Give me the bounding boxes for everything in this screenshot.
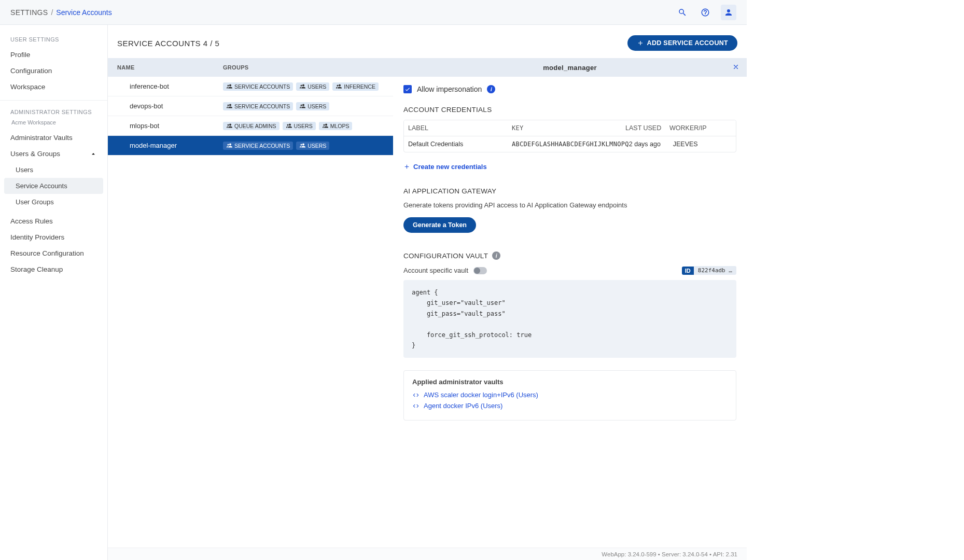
group-chip[interactable]: USERS xyxy=(296,102,329,110)
create-credentials-label: Create new credentials xyxy=(413,163,487,171)
cred-col-label: LABEL xyxy=(408,124,512,132)
sidebar-item-admin-vaults[interactable]: Administrator Vaults xyxy=(0,130,107,146)
sidebar-admin-workspace: Acme Workspace xyxy=(0,119,107,130)
vault-title: CONFIGURATION VAULT xyxy=(403,252,488,260)
column-groups[interactable]: GROUPS xyxy=(223,64,393,71)
vault-toggle[interactable] xyxy=(473,267,487,274)
info-icon[interactable]: i xyxy=(492,251,500,260)
sidebar-item-service-accounts[interactable]: Service Accounts xyxy=(4,178,103,194)
vault-code[interactable]: agent { git_user="vault_user" git_pass="… xyxy=(403,280,736,358)
breadcrumb-separator: / xyxy=(51,8,53,17)
accounts-table: NAME GROUPS inference-botSERVICE ACCOUNT… xyxy=(108,58,393,548)
sidebar-item-identity-providers[interactable]: Identity Providers xyxy=(0,229,107,245)
credentials-title: ACCOUNT CREDENTIALS xyxy=(403,106,736,114)
row-name: mlops-bot xyxy=(108,122,223,130)
cred-col-key: KEY xyxy=(512,124,625,132)
credentials-table: LABEL KEY LAST USED WORKER/IP Default Cr… xyxy=(403,120,736,152)
sidebar-item-workspace[interactable]: Workspace xyxy=(0,79,107,95)
sidebar-item-profile[interactable]: Profile xyxy=(0,47,107,63)
column-name[interactable]: NAME xyxy=(108,64,223,71)
row-name: inference-bot xyxy=(108,82,223,90)
add-button-label: ADD SERVICE ACCOUNT xyxy=(647,39,728,47)
allow-impersonation-label: Allow impersonation xyxy=(417,85,482,93)
gateway-title: AI APPLICATION GATEWAY xyxy=(403,187,736,195)
detail-pane: model_manager Allow impersonation xyxy=(393,58,747,548)
sidebar-item-resource-config[interactable]: Resource Configuration xyxy=(0,245,107,261)
table-row[interactable]: devops-botSERVICE ACCOUNTSUSERS xyxy=(108,96,393,116)
group-chip[interactable]: QUEUE ADMINS xyxy=(223,122,280,130)
help-icon[interactable] xyxy=(698,5,712,20)
group-chip[interactable]: USERS xyxy=(296,142,329,150)
sidebar-item-access-rules[interactable]: Access Rules xyxy=(0,213,107,229)
sidebar-item-label: Users & Groups xyxy=(10,150,60,158)
gateway-desc: Generate tokens providing API access to … xyxy=(403,201,736,209)
vault-id-label: ID xyxy=(682,267,694,275)
applied-vaults: Applied administrator vaults AWS scaler … xyxy=(403,370,736,421)
cred-col-last-used: LAST USED xyxy=(625,124,669,132)
vault-specific-label: Account specific vault xyxy=(403,267,468,274)
sidebar: USER SETTINGS Profile Configuration Work… xyxy=(0,25,108,560)
sidebar-item-users-groups[interactable]: Users & Groups xyxy=(0,146,107,162)
generate-token-button[interactable]: Generate a Token xyxy=(403,217,476,233)
topbar: SETTINGS / Service Accounts xyxy=(0,0,747,25)
close-icon[interactable] xyxy=(732,63,739,72)
sidebar-item-configuration[interactable]: Configuration xyxy=(0,63,107,79)
sidebar-item-user-groups[interactable]: User Groups xyxy=(0,194,107,210)
row-name: model-manager xyxy=(108,142,223,149)
detail-title: model_manager xyxy=(543,64,597,72)
vault-id-value: 822f4adb … xyxy=(694,266,736,275)
search-icon[interactable] xyxy=(675,5,690,20)
cred-col-worker: WORKER/IP xyxy=(669,124,732,132)
sidebar-section-admin: ADMINISTRATOR SETTINGS xyxy=(0,106,107,119)
group-chip[interactable]: USERS xyxy=(283,122,316,130)
main-pane: SERVICE ACCOUNTS 4 / 5 ADD SERVICE ACCOU… xyxy=(108,25,747,560)
group-chip[interactable]: SERVICE ACCOUNTS xyxy=(223,142,293,150)
table-header: NAME GROUPS xyxy=(108,58,393,77)
group-chip[interactable]: INFERENCE xyxy=(332,82,379,91)
group-chip[interactable]: SERVICE ACCOUNTS xyxy=(223,82,293,91)
credential-row[interactable]: Default CredentialsABCDEFGLASHHAABCDEFGH… xyxy=(404,136,736,152)
sidebar-item-storage-cleanup[interactable]: Storage Cleanup xyxy=(0,261,107,277)
chevron-up-icon xyxy=(90,150,97,158)
page-title: SERVICE ACCOUNTS 4 / 5 xyxy=(117,39,219,48)
plus-icon xyxy=(403,163,410,170)
applied-vaults-title: Applied administrator vaults xyxy=(412,378,728,386)
applied-vault-item[interactable]: AWS scaler docker login+IPv6 (Users) xyxy=(412,391,728,399)
table-row[interactable]: model-managerSERVICE ACCOUNTSUSERS xyxy=(108,136,393,156)
breadcrumb-leaf[interactable]: Service Accounts xyxy=(56,8,111,17)
breadcrumb: SETTINGS / Service Accounts xyxy=(10,8,112,17)
create-credentials-link[interactable]: Create new credentials xyxy=(403,163,487,171)
plus-icon xyxy=(637,39,644,47)
allow-impersonation-checkbox[interactable] xyxy=(403,85,412,93)
info-icon[interactable]: i xyxy=(487,85,495,93)
group-chip[interactable]: SERVICE ACCOUNTS xyxy=(223,102,293,110)
table-row[interactable]: inference-botSERVICE ACCOUNTSUSERSINFERE… xyxy=(108,77,393,96)
footer-version: WebApp: 3.24.0-599 • Server: 3.24.0-54 •… xyxy=(108,548,747,560)
user-avatar-icon[interactable] xyxy=(721,5,736,20)
group-chip[interactable]: USERS xyxy=(296,82,329,91)
breadcrumb-root[interactable]: SETTINGS xyxy=(10,8,48,17)
vault-id-badge[interactable]: ID 822f4adb … xyxy=(682,266,736,275)
sidebar-section-user: USER SETTINGS xyxy=(0,33,107,47)
sidebar-item-users[interactable]: Users xyxy=(0,162,107,178)
row-name: devops-bot xyxy=(108,102,223,110)
add-service-account-button[interactable]: ADD SERVICE ACCOUNT xyxy=(627,35,737,51)
table-row[interactable]: mlops-botQUEUE ADMINSUSERSMLOPS xyxy=(108,116,393,136)
group-chip[interactable]: MLOPS xyxy=(319,122,353,130)
applied-vault-item[interactable]: Agent docker IPv6 (Users) xyxy=(412,402,728,410)
